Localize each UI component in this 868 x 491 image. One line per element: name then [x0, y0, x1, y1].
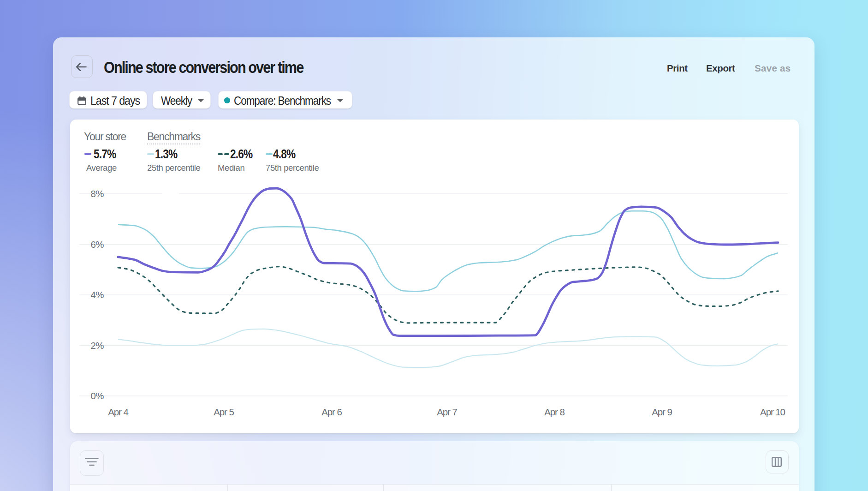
- svg-text:6%: 6%: [91, 239, 104, 250]
- svg-text:Apr 6: Apr 6: [321, 407, 342, 417]
- svg-text:Apr 10: Apr 10: [760, 407, 785, 417]
- svg-text:8%: 8%: [91, 188, 104, 199]
- svg-text:Apr 4: Apr 4: [108, 407, 128, 417]
- svg-text:2%: 2%: [91, 340, 104, 351]
- svg-text:0%: 0%: [91, 390, 104, 401]
- svg-text:Apr 8: Apr 8: [544, 407, 565, 417]
- svg-text:4%: 4%: [91, 289, 104, 300]
- svg-text:Apr 5: Apr 5: [214, 407, 234, 417]
- svg-text:Apr 9: Apr 9: [652, 407, 672, 417]
- svg-text:Apr 7: Apr 7: [437, 407, 457, 417]
